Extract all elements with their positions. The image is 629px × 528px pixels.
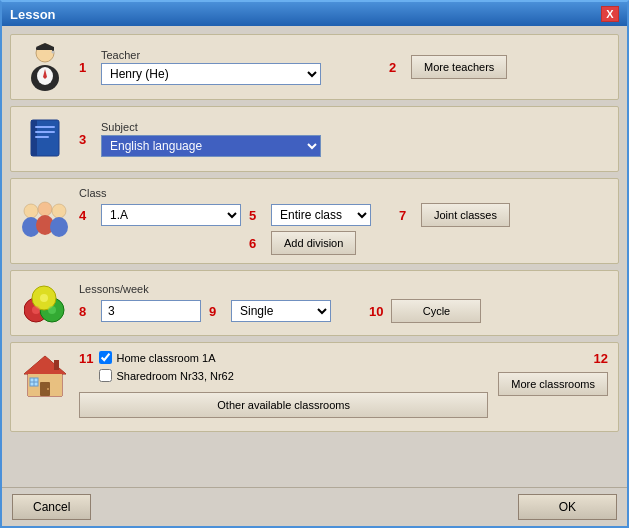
classroom-icon-container <box>21 351 69 399</box>
step10-number: 10 <box>369 304 383 319</box>
ok-button[interactable]: OK <box>518 494 617 520</box>
class-section: Class 4 1.A 5 Entire class 7 Joint class… <box>10 178 619 264</box>
footer: Cancel OK <box>2 487 627 526</box>
division-select[interactable]: Entire class <box>271 204 371 226</box>
sharedroom-row: Sharedroom Nr33, Nr62 <box>99 369 233 382</box>
class-icon-container <box>21 197 69 245</box>
svg-point-4 <box>52 51 55 54</box>
step2-number: 2 <box>389 60 403 75</box>
teacher-icon <box>23 43 67 91</box>
step6-number: 6 <box>249 236 263 251</box>
house-icon <box>22 352 68 398</box>
svg-point-15 <box>38 202 52 216</box>
home-classroom-label: Home classroom 1A <box>116 352 215 364</box>
lessons-field-row: 8 9 Single 10 Cycle <box>79 299 608 323</box>
title-bar: Lesson X <box>2 2 627 26</box>
step1-number: 1 <box>79 60 93 75</box>
step8-number: 8 <box>79 304 93 319</box>
sharedroom-checkbox[interactable] <box>99 369 112 382</box>
class-field-row: 4 1.A 5 Entire class 7 Joint classes <box>79 203 608 227</box>
book-icon <box>27 118 63 160</box>
step5-number: 5 <box>249 208 263 223</box>
subject-content: 3 Subject English language <box>79 121 608 157</box>
svg-point-24 <box>40 294 48 302</box>
subject-section: 3 Subject English language <box>10 106 619 172</box>
step11-number: 11 <box>79 351 93 366</box>
classroom-fields: 11 Home classroom 1A Sharedroom Nr33, Nr… <box>79 351 488 418</box>
home-classroom-checkbox[interactable] <box>99 351 112 364</box>
lessons-icon-container <box>21 279 69 327</box>
teacher-select[interactable]: Henry (He) <box>101 63 321 85</box>
subject-select[interactable]: English language <box>101 135 321 157</box>
step3-number: 3 <box>79 132 93 147</box>
step7-number: 7 <box>399 208 413 223</box>
lesson-type-select[interactable]: Single <box>231 300 331 322</box>
subject-icon-container <box>21 115 69 163</box>
svg-point-29 <box>47 388 49 390</box>
dialog-title: Lesson <box>10 7 56 22</box>
joint-classes-button[interactable]: Joint classes <box>421 203 510 227</box>
svg-rect-1 <box>36 47 54 50</box>
other-classrooms-button[interactable]: Other available classrooms <box>79 392 488 418</box>
svg-point-22 <box>32 306 40 314</box>
sharedroom-label: Sharedroom Nr33, Nr62 <box>116 370 233 382</box>
subject-label: Subject <box>101 121 321 133</box>
lessons-content: Lessons/week 8 9 Single 10 Cycle <box>79 283 608 323</box>
teacher-label: Teacher <box>101 49 321 61</box>
classroom-section: 11 Home classroom 1A Sharedroom Nr33, Nr… <box>10 342 619 432</box>
subject-field-row: 3 Subject English language <box>79 121 608 157</box>
cycle-button[interactable]: Cycle <box>391 299 481 323</box>
svg-marker-26 <box>24 356 66 374</box>
svg-rect-10 <box>35 126 55 128</box>
step9-number: 9 <box>209 304 223 319</box>
lessons-label: Lessons/week <box>79 283 608 295</box>
available-classrooms-row: Other available classrooms <box>79 392 488 418</box>
svg-point-18 <box>50 217 68 237</box>
classroom-inner: 11 Home classroom 1A Sharedroom Nr33, Nr… <box>21 351 608 418</box>
svg-point-13 <box>24 204 38 218</box>
teacher-section: 1 Teacher Henry (He) 2 More teachers <box>10 34 619 100</box>
more-classrooms-button[interactable]: More classrooms <box>498 372 608 396</box>
balls-icon <box>24 282 66 324</box>
dialog-body: 1 Teacher Henry (He) 2 More teachers <box>2 26 627 487</box>
svg-rect-12 <box>35 136 49 138</box>
add-division-button[interactable]: Add division <box>271 231 356 255</box>
svg-marker-2 <box>36 43 54 47</box>
teacher-icon-container <box>21 43 69 91</box>
svg-point-23 <box>48 306 56 314</box>
teacher-content: 1 Teacher Henry (He) 2 More teachers <box>79 49 608 85</box>
lesson-dialog: Lesson X <box>0 0 629 528</box>
teacher-field-row: 1 Teacher Henry (He) 2 More teachers <box>79 49 608 85</box>
class-select[interactable]: 1.A <box>101 204 241 226</box>
class-label: Class <box>79 187 608 199</box>
lessons-input[interactable] <box>101 300 201 322</box>
step4-number: 4 <box>79 208 93 223</box>
classroom-btn-area: 12 More classrooms <box>498 351 608 396</box>
svg-point-17 <box>52 204 66 218</box>
lessons-section: Lessons/week 8 9 Single 10 Cycle <box>10 270 619 336</box>
step12-number: 12 <box>594 351 608 366</box>
cancel-button[interactable]: Cancel <box>12 494 91 520</box>
svg-rect-11 <box>35 131 55 133</box>
class-icon <box>21 197 69 245</box>
add-division-row: 6 Add division <box>79 231 608 255</box>
home-classroom-row: Home classroom 1A <box>99 351 233 364</box>
class-content: Class 4 1.A 5 Entire class 7 Joint class… <box>79 187 608 255</box>
more-teachers-button[interactable]: More teachers <box>411 55 507 79</box>
svg-rect-33 <box>54 360 59 370</box>
close-button[interactable]: X <box>601 6 619 22</box>
